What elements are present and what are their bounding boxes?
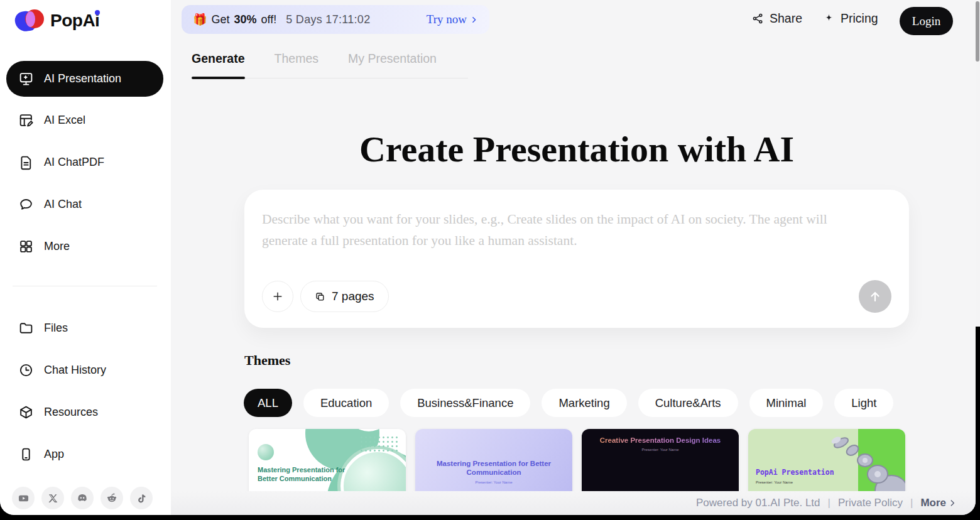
tab-my-presentation[interactable]: My Presentation xyxy=(348,51,437,78)
app-window: 🎁 Get 30% off! 5 Days 17:11:02 Try now S… xyxy=(0,0,976,515)
scrollbar-thumb[interactable] xyxy=(976,1,979,62)
reddit-icon[interactable] xyxy=(101,487,123,509)
theme-card-title: Creative Presentation Design Ideas xyxy=(588,436,732,444)
filter-culture-arts[interactable]: Culture&Arts xyxy=(638,389,738,417)
filter-business-finance[interactable]: Business&Finance xyxy=(400,389,530,417)
decor-dots xyxy=(359,435,398,453)
pricing-label: Pricing xyxy=(841,11,878,26)
promo-get-text: Get xyxy=(211,13,229,26)
promo-countdown: 5 Days 17:11:02 xyxy=(286,13,370,26)
box-icon xyxy=(18,404,34,420)
sidebar-item-label: AI Chat xyxy=(44,198,82,211)
promo-off-text: off! xyxy=(261,13,277,26)
decor-circle xyxy=(258,444,274,460)
pricing-button[interactable]: Pricing xyxy=(823,11,878,26)
phone-icon xyxy=(18,447,34,462)
sidebar-item-ai-chat[interactable]: AI Chat xyxy=(6,187,163,222)
plus-icon xyxy=(271,290,284,303)
login-label: Login xyxy=(912,14,940,28)
brand-logo[interactable]: PopAi xyxy=(15,8,99,34)
try-now-link[interactable]: Try now xyxy=(427,13,478,26)
page-title: Create Presentation with AI xyxy=(244,128,909,170)
sidebar-item-label: AI ChatPDF xyxy=(44,156,104,169)
sidebar-item-files[interactable]: Files xyxy=(6,310,163,346)
theme-card-presenter: Presenter: Your Name xyxy=(756,480,793,484)
sidebar-item-ai-chatpdf[interactable]: AI ChatPDF xyxy=(6,144,163,180)
filter-minimal[interactable]: Minimal xyxy=(749,389,824,417)
sidebar-item-label: AI Presentation xyxy=(44,72,121,85)
sidebar: PopAi AI Presentation AI Excel AI ChatPD… xyxy=(0,0,171,515)
try-now-label: Try now xyxy=(427,13,467,26)
sidebar-item-resources[interactable]: Resources xyxy=(6,394,163,430)
footer-divider: | xyxy=(828,497,830,509)
prompt-input[interactable] xyxy=(262,209,871,271)
promo-discount: 30% xyxy=(234,13,256,26)
copy-icon xyxy=(315,291,325,302)
brand-logo-icon xyxy=(15,8,45,34)
sidebar-item-label: AI Excel xyxy=(44,114,85,127)
table-edit-icon xyxy=(18,112,34,128)
youtube-icon[interactable] xyxy=(12,487,35,509)
chevron-right-icon xyxy=(470,16,478,24)
social-links xyxy=(12,487,153,509)
folder-icon xyxy=(18,320,34,336)
sidebar-item-chat-history[interactable]: Chat History xyxy=(6,352,163,388)
filter-education[interactable]: Education xyxy=(303,389,389,417)
powered-by-text: Powered by 01.AI Pte. Ltd xyxy=(696,497,820,509)
themes-heading: Themes xyxy=(244,352,290,369)
tiktok-icon[interactable] xyxy=(130,487,153,509)
grid-icon xyxy=(18,239,34,254)
document-icon xyxy=(18,154,34,170)
prompt-controls: 7 pages xyxy=(262,280,891,313)
clock-icon xyxy=(18,362,34,378)
gift-icon: 🎁 xyxy=(193,13,207,26)
share-button[interactable]: Share xyxy=(752,11,802,26)
sparkle-icon xyxy=(823,13,835,24)
sidebar-item-label: Files xyxy=(44,322,68,335)
theme-card-title: Mastering Presentation for Better Commun… xyxy=(258,465,358,483)
promo-banner[interactable]: 🎁 Get 30% off! 5 Days 17:11:02 Try now xyxy=(182,5,489,34)
footer-more-link[interactable]: More xyxy=(920,497,957,509)
theme-card-title: PopAi Presentation xyxy=(756,468,834,477)
share-label: Share xyxy=(770,11,802,26)
arrow-up-icon xyxy=(868,289,883,304)
footer-more-label: More xyxy=(920,497,946,509)
sidebar-item-ai-presentation[interactable]: AI Presentation xyxy=(6,61,163,97)
chevron-right-icon xyxy=(948,499,957,507)
sidebar-divider xyxy=(13,286,157,286)
sidebar-item-label: More xyxy=(44,240,70,253)
login-button[interactable]: Login xyxy=(900,7,953,35)
attach-button[interactable] xyxy=(262,281,293,312)
filter-all[interactable]: ALL xyxy=(244,389,292,417)
chat-bubble-icon xyxy=(18,197,34,212)
prompt-card: 7 pages xyxy=(244,190,909,328)
pages-selector[interactable]: 7 pages xyxy=(300,281,389,312)
share-icon xyxy=(752,13,764,24)
theme-card-title: Mastering Presentation for Better Commun… xyxy=(428,459,560,477)
sidebar-item-more[interactable]: More xyxy=(6,229,163,264)
filter-marketing[interactable]: Marketing xyxy=(542,389,626,417)
theme-card-presenter: Presenter: Your Name xyxy=(582,448,739,452)
sidebar-item-label: Resources xyxy=(44,406,98,419)
x-twitter-icon[interactable] xyxy=(41,487,64,509)
footer: Powered by 01.AI Pte. Ltd | Private Poli… xyxy=(171,491,976,515)
presentation-icon xyxy=(18,71,34,87)
footer-divider: | xyxy=(910,497,913,509)
tab-generate[interactable]: Generate xyxy=(192,51,245,78)
theme-card-presenter: Presenter: Your Name xyxy=(415,480,572,484)
tab-themes[interactable]: Themes xyxy=(275,51,318,78)
tab-bar: Generate Themes My Presentation xyxy=(192,51,468,79)
filter-light[interactable]: Light xyxy=(834,389,893,417)
discord-icon[interactable] xyxy=(71,487,94,509)
sidebar-item-ai-excel[interactable]: AI Excel xyxy=(6,102,163,138)
pages-label: 7 pages xyxy=(332,290,374,303)
sidebar-item-app[interactable]: App xyxy=(6,436,163,472)
submit-button[interactable] xyxy=(859,280,891,313)
sidebar-item-label: Chat History xyxy=(44,364,106,377)
theme-filters: ALL Education Business&Finance Marketing… xyxy=(244,389,893,417)
sidebar-item-label: App xyxy=(44,448,64,461)
privacy-policy-link[interactable]: Private Policy xyxy=(838,497,903,509)
brand-logo-text: PopAi xyxy=(50,11,99,31)
